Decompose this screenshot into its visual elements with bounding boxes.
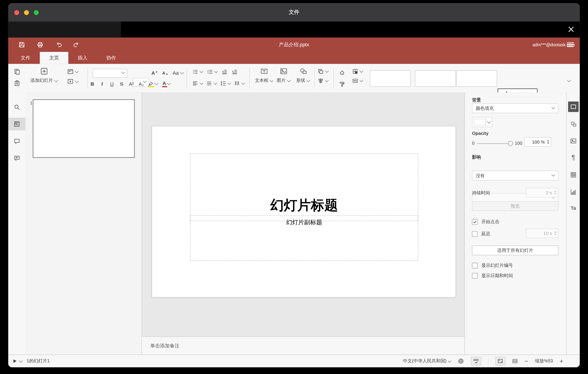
theme-gallery-expand-button[interactable] [568, 76, 570, 83]
notes-placeholder: 单击添加备注 [150, 342, 179, 349]
highlight-color-button[interactable] [147, 80, 159, 88]
add-slide-button[interactable]: 添加幻灯片 [27, 67, 61, 84]
italic-button[interactable]: I [98, 80, 106, 88]
slide-canvas[interactable]: 幻灯片标题 幻灯片副标题 [142, 92, 464, 336]
paragraph-settings-icon[interactable]: ¶ [567, 154, 580, 161]
align-shape-button[interactable] [318, 78, 328, 84]
theme-preview-1[interactable] [370, 70, 411, 87]
table-settings-icon[interactable] [570, 171, 577, 178]
effect-select[interactable]: 没有 [472, 171, 558, 180]
show-date-time-row[interactable]: 显示日期和时间 [472, 273, 513, 279]
zoom-out-button[interactable]: − [525, 358, 528, 364]
decrease-indent-button[interactable] [222, 69, 228, 75]
bullets-button[interactable] [192, 69, 203, 75]
shape-fill-button[interactable] [352, 68, 363, 75]
insert-textbox-label: 文本框 [255, 77, 269, 84]
change-layout-button[interactable] [67, 68, 78, 75]
document-language-icon[interactable] [458, 358, 464, 364]
insert-shape-button[interactable]: 形状 [293, 67, 313, 84]
slide-size-button[interactable] [352, 78, 363, 84]
image-settings-icon[interactable] [570, 138, 577, 144]
background-fill-select[interactable]: 颜色填充 [472, 103, 558, 113]
start-on-click-checkbox[interactable] [472, 219, 478, 225]
search-icon[interactable] [14, 104, 20, 110]
chart-settings-icon[interactable] [570, 188, 577, 195]
clear-style-button[interactable] [338, 68, 346, 77]
opacity-max-label: 100 [515, 141, 522, 146]
line-spacing-button[interactable] [220, 80, 231, 87]
tab-file[interactable]: 文件 [11, 52, 40, 64]
fit-width-button[interactable] [512, 358, 518, 364]
bold-button[interactable]: B [88, 80, 96, 88]
feedback-icon[interactable] [14, 155, 20, 162]
close-icon[interactable] [567, 25, 575, 33]
workspace: 1 幻灯片标题 幻灯片副标题 单击添加备注 背景 [8, 92, 580, 355]
notes-area[interactable]: 单击添加备注 [142, 336, 464, 355]
background-color-picker[interactable] [472, 117, 492, 127]
show-date-time-checkbox[interactable] [472, 273, 478, 278]
highlight-color-swatch [148, 86, 154, 87]
comments-icon[interactable] [14, 138, 20, 145]
spin-down-icon [547, 143, 549, 144]
opacity-slider-track[interactable] [477, 143, 510, 144]
start-slideshow-button[interactable] [67, 78, 78, 85]
opacity-slider-knob[interactable] [508, 141, 513, 146]
columns-button[interactable] [234, 80, 244, 87]
theme-preview-3[interactable] [456, 70, 497, 87]
language-select[interactable]: 中文(中华人民共和国) [403, 358, 451, 364]
slide-number-label: 1 [30, 101, 32, 105]
delay-checkbox-row[interactable]: 延迟 [472, 231, 490, 237]
tab-home[interactable]: 主页 [40, 52, 68, 64]
slide-subtitle-placeholder[interactable]: 幻灯片副标题 [190, 215, 418, 261]
vertical-align-button[interactable] [206, 80, 217, 87]
zoom-level-label: 缩放%53 [535, 358, 553, 364]
numbering-button[interactable] [207, 69, 217, 75]
fit-slide-button[interactable] [495, 357, 505, 365]
font-name-combo[interactable] [93, 69, 127, 78]
increase-font-size-button[interactable]: A▲ [151, 69, 159, 77]
shape-settings-icon[interactable] [570, 121, 577, 128]
superscript-button[interactable]: A² [127, 80, 136, 88]
app-window: 文件 产品介绍.pptx adm***@dootask.com [8, 3, 580, 367]
horizontal-align-button[interactable] [192, 80, 203, 87]
slides-panel-icon[interactable] [14, 121, 20, 128]
show-slide-number-checkbox[interactable] [472, 263, 478, 268]
change-case-button[interactable]: Aa [173, 69, 183, 77]
preview-button[interactable]: 预览 [472, 201, 558, 211]
font-color-swatch [162, 86, 167, 87]
font-color-button[interactable]: A [160, 80, 172, 88]
subscript-button[interactable]: A₂ [137, 80, 145, 88]
increase-indent-button[interactable] [232, 69, 238, 75]
arrange-shape-button[interactable] [318, 68, 328, 75]
textart-settings-icon[interactable]: Ta [567, 205, 580, 211]
underline-button[interactable]: U [108, 80, 116, 88]
apply-to-all-slides-button[interactable]: 适用于所有幻灯片 [472, 245, 558, 255]
paste-button[interactable] [13, 79, 21, 87]
tab-insert[interactable]: 插入 [68, 52, 97, 64]
start-on-click-checkbox-row[interactable]: 开始点击 [472, 219, 500, 225]
delay-spinner[interactable]: 10 s [526, 229, 558, 238]
slide-title-placeholder[interactable]: 幻灯片标题 [190, 154, 418, 221]
effect-label: 影响 [472, 154, 558, 161]
decrease-font-size-button[interactable]: A▼ [161, 69, 169, 77]
copy-style-button[interactable] [338, 80, 346, 88]
opacity-value-spinner[interactable]: 100 % [524, 137, 551, 146]
copy-button[interactable] [13, 67, 21, 76]
add-slide-label: 添加幻灯片 [30, 77, 53, 84]
zoom-in-button[interactable]: + [560, 358, 563, 364]
theme-preview-2[interactable] [415, 70, 456, 87]
insert-textbox-button[interactable]: 文本框 [254, 67, 274, 84]
strikethrough-button[interactable]: S [117, 80, 126, 88]
insert-image-button[interactable]: 图片 [274, 67, 293, 84]
spellcheck-toggle[interactable]: ABC [471, 357, 482, 365]
delay-checkbox[interactable] [472, 231, 478, 237]
slide-1[interactable]: 幻灯片标题 幻灯片副标题 [152, 126, 456, 297]
tab-collaboration[interactable]: 协作 [97, 52, 126, 64]
duration-spinner[interactable]: 2 s [526, 188, 558, 197]
slide-settings-icon[interactable] [570, 103, 577, 110]
start-slideshow-status-button[interactable] [12, 358, 22, 364]
menu-icon[interactable] [567, 43, 574, 47]
show-slide-number-row[interactable]: 显示幻灯片编号 [472, 262, 513, 269]
slide-thumbnail-1[interactable] [33, 99, 135, 158]
slide-settings-panel: 背景 颜色填充 Opacity 0 100 100 % [464, 92, 567, 355]
